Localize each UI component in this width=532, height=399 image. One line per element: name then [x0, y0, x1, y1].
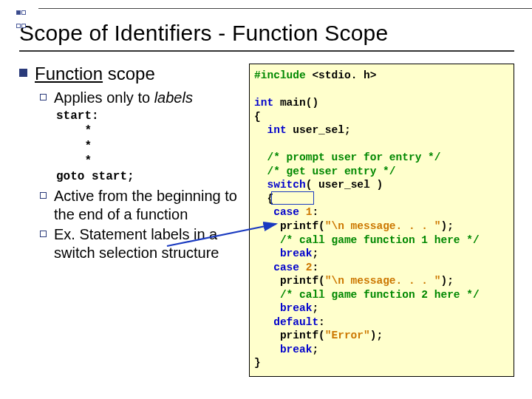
bullet-applies-to-labels: Applies only to labels	[54, 89, 193, 107]
slide-top-decoration	[0, 0, 532, 13]
slide-title: Scope of Identifiers - Function Scope	[19, 21, 514, 46]
section-heading: Function scope	[35, 64, 155, 84]
bullet-active-range: Active from the beginning to the end of …	[54, 187, 239, 224]
case-highlight-box	[271, 191, 314, 205]
text-column: Function scope Applies only to labels st…	[19, 64, 239, 377]
bullet-filled-square-icon	[19, 69, 27, 77]
bullet-open-square-icon	[40, 192, 47, 199]
title-underline	[19, 50, 514, 52]
top-rule	[38, 8, 532, 9]
bullet-open-square-icon	[40, 94, 47, 100]
code-example: #include <stdio. h> int main() { int use…	[249, 64, 514, 377]
label-example-code: start: * * * goto start;	[56, 109, 239, 184]
bullet-open-square-icon	[40, 231, 47, 237]
bullet-switch-example: Ex. Statement labels in a switch selecti…	[54, 225, 239, 262]
corner-squares-icon	[16, 4, 27, 31]
